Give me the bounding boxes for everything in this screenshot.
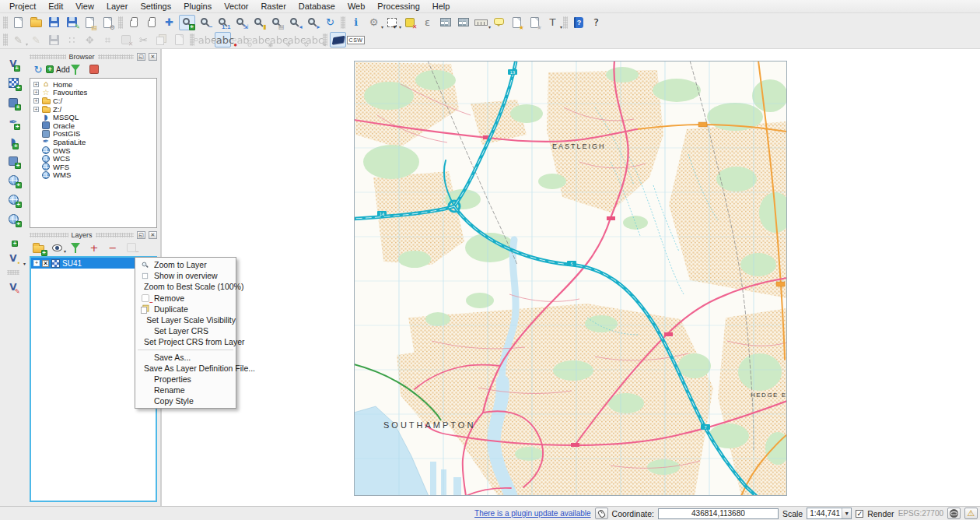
expander-icon[interactable]: + [33,82,39,87]
plugin-update-link[interactable]: There is a plugin update available [474,509,591,518]
toolbar-grip[interactable] [7,270,19,275]
menu-save-as-definition[interactable]: Save As Layer Definition File... [135,363,236,374]
menu-layer[interactable]: Layer [100,1,135,12]
menu-vector[interactable]: Vector [218,1,254,12]
browser-item-mssql[interactable]: + ◗ MSSQL [30,113,156,121]
delete-selected-button[interactable]: ✕ [117,32,134,47]
render-checkbox[interactable]: ✓ [856,510,863,518]
show-bookmarks-button[interactable]: ★ [527,15,543,30]
cut-features-button[interactable]: ✂ [135,32,152,47]
drag-handle[interactable] [96,233,135,237]
save-project-button[interactable] [46,15,62,30]
menu-copy-style[interactable]: Copy Style [135,395,236,406]
toolbar-grip[interactable] [3,33,8,46]
menu-raster[interactable]: Raster [254,1,292,12]
float-panel-button[interactable]: ◱ [137,231,145,239]
text-annotation-button[interactable]: T▾ [544,15,561,30]
browser-item-spatialite[interactable]: + ✒ SpatiaLite [30,138,156,146]
add-raster-layer-button[interactable]: + [2,74,24,92]
remove-layer-button[interactable]: − [124,241,139,255]
help-button[interactable]: ? [570,15,586,30]
float-panel-button[interactable]: ◱ [137,53,145,61]
crs-status-button[interactable] [947,508,961,519]
menu-zoom-to-layer[interactable]: Zoom to Layer [135,259,236,270]
zoom-out-button[interactable]: − [197,15,213,30]
open-project-button[interactable] [28,15,44,30]
layer-labeling-options-button[interactable]: abc● [215,32,231,47]
menu-view[interactable]: View [69,1,100,12]
feature-action-button[interactable]: ⚙▾ [366,15,382,30]
coordinate-display[interactable]: 436814,113680 [658,508,779,519]
menu-properties[interactable]: Properties [135,374,236,385]
new-shapefile-layer-button[interactable]: V▪▾ [2,249,24,267]
toolbar-grip[interactable] [118,16,123,29]
drag-handle[interactable] [30,54,66,59]
zoom-last-button[interactable]: ◂ [286,15,303,30]
zoom-to-layer-button[interactable]: ▤ [268,15,285,30]
add-delimited-text-button[interactable]: ,+ [2,230,24,248]
toggle-editing-button[interactable]: ✎ [28,32,44,47]
browser-item-oracle[interactable]: + Oracle [30,121,156,130]
osm-vector-tool-button[interactable]: V✎ [2,278,24,296]
scale-combo[interactable]: 1:44,741 ▼ [807,508,852,519]
add-mssql-layer-button[interactable]: ◗+ [2,132,24,150]
save-project-as-button[interactable]: ✎ [64,15,80,30]
save-edits-button[interactable] [46,32,62,47]
menu-web[interactable]: Web [341,1,371,12]
map-raster-su41[interactable]: 13 14 5 7 EASTLEIGH SOUTHAMPTON HEDGE EN… [354,61,787,496]
select-by-expression-button[interactable]: ε [419,15,436,30]
metasearch-csw-button[interactable]: CSW [348,32,364,47]
menu-plugins[interactable]: Plugins [177,1,218,12]
menu-rename[interactable]: Rename [135,385,236,395]
paste-features-button[interactable] [171,32,187,47]
layers-panel-header[interactable]: Layers ◱ ✕ [28,230,159,240]
toolbar-grip[interactable] [563,16,568,29]
add-oracle-layer-button[interactable]: + [2,152,24,170]
zoom-native-button[interactable]: 1:1 [215,15,231,30]
menu-processing[interactable]: Processing [371,1,425,12]
browser-filter-button[interactable] [68,62,83,76]
browser-item-home[interactable]: + ⌂ Home [30,80,156,89]
browser-item-wcs[interactable]: + WCS [30,154,156,163]
browser-panel-header[interactable]: Browser ◱ ✕ [28,51,159,61]
change-label-button[interactable]: abc✎ [304,32,320,47]
browser-item-wms[interactable]: + WMS [30,171,156,180]
plugin-button[interactable] [330,32,346,47]
add-feature-button[interactable]: ∷ [64,32,80,47]
menu-save-as[interactable]: Save As... [135,352,236,363]
close-panel-button[interactable]: ✕ [149,53,157,61]
composer-manager-button[interactable]: ⚙ [100,15,116,30]
expand-all-button[interactable]: + [86,241,102,255]
pan-map-button[interactable] [143,15,159,30]
touch-zoom-button[interactable] [125,15,142,30]
zoom-in-button[interactable]: + [179,15,195,30]
add-group-button[interactable]: + [30,241,46,255]
map-canvas[interactable]: 13 14 5 7 EASTLEIGH SOUTHAMPTON HEDGE EN… [162,49,980,506]
zoom-next-button[interactable]: ▸ [304,15,320,30]
menu-zoom-best-scale[interactable]: Zoom to Best Scale (100%) [135,281,236,292]
add-wms-layer-button[interactable]: + [2,171,24,189]
new-bookmark-button[interactable]: ★ [509,15,525,30]
menu-edit[interactable]: Edit [42,1,69,12]
menu-set-project-crs[interactable]: Set Project CRS from Layer [135,336,236,347]
coordinate-toggle-button[interactable] [595,508,608,519]
menu-project[interactable]: Project [3,1,42,12]
zoom-to-selection-button[interactable]: ▮ [250,15,267,30]
collapse-all-button[interactable]: − [105,241,121,255]
whats-this-button[interactable]: ? [588,15,604,30]
browser-item-postgis[interactable]: + PostGIS [30,130,156,139]
browser-item-c-drive[interactable]: + C:/ [30,97,156,105]
refresh-map-button[interactable]: ↻ [322,15,338,30]
current-edits-button[interactable]: ✎▾ [10,32,26,47]
messages-log-button[interactable]: ⚠ [964,508,978,519]
identify-button[interactable]: ℹ [348,15,364,30]
select-features-button[interactable]: ▾ [383,15,400,30]
menu-settings[interactable]: Settings [134,1,177,12]
menu-database[interactable]: Database [292,1,341,12]
add-wfs-layer-button[interactable]: + [2,210,24,228]
measure-button[interactable]: ▾ [473,15,489,30]
menu-duplicate[interactable]: Duplicate [135,304,236,314]
copy-features-button[interactable] [153,32,170,47]
field-calculator-button[interactable] [455,15,471,30]
zoom-full-button[interactable]: ⇲ [233,15,249,30]
